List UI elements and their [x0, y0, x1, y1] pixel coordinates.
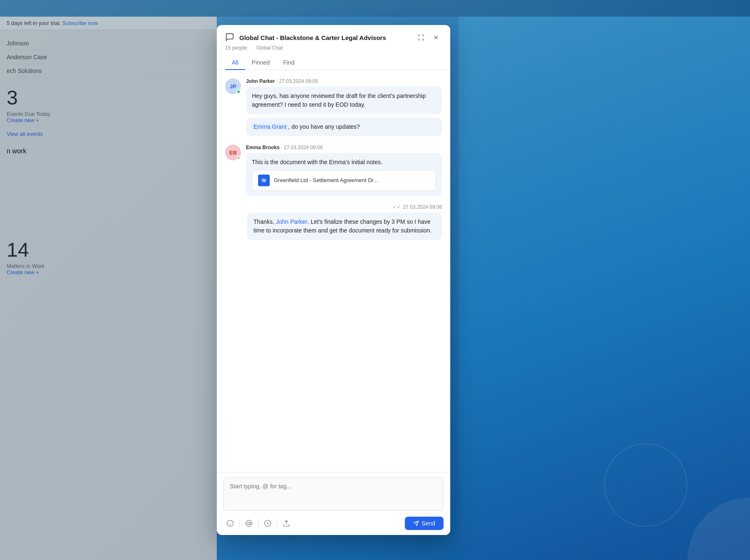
chat-title-left: Global Chat - Blackstone & Carter Legal … [225, 32, 386, 42]
typing-actions: Send [223, 517, 444, 530]
mention-button[interactable] [242, 517, 256, 530]
people-count: 15 people [225, 45, 247, 51]
avatar-jp: JP [225, 78, 241, 94]
offline-indicator-eb: × [236, 156, 241, 160]
message-content-jp: John Parker · 27.03.2024 09:05 Hey guys,… [246, 78, 442, 136]
message-input[interactable] [223, 478, 444, 511]
bubble-suffix-jp: , do you have any updates? [288, 123, 360, 130]
avatar-initials-jp: JP [230, 83, 236, 90]
separator-3 [277, 519, 277, 528]
message-bubble-self: Thanks, John Parker. Let's finalize thes… [247, 212, 442, 240]
chat-tabs: All Pinned Find [225, 56, 442, 70]
svg-point-5 [248, 522, 250, 525]
close-button[interactable] [430, 32, 442, 43]
message-bubble-jp-2: Emma Grant, do you have any updates? [246, 118, 442, 136]
message-content-eb: Emma Brooks · 27.03.2024 09:06 This is t… [246, 145, 442, 196]
word-icon: W [258, 175, 270, 186]
online-indicator-jp [236, 90, 241, 94]
send-button[interactable]: Send [405, 517, 444, 530]
avatar-initials-eb: EB [229, 150, 237, 156]
mention-emma-grant: Emma Grant [252, 123, 288, 130]
chat-title: Global Chat - Blackstone & Carter Legal … [239, 34, 386, 41]
checkmark-button[interactable] [261, 517, 274, 530]
chat-name: Global Chat [256, 45, 283, 51]
timestamp-eb: 27.03.2024 09:06 [284, 145, 323, 150]
mention-john-parker: John Parker [276, 218, 307, 225]
message-bubble-jp-1: Hey guys, has anyone reviewed the draft … [246, 87, 442, 114]
sender-name-jp: John Parker [246, 78, 275, 84]
self-text-prefix: Thanks, [253, 218, 276, 225]
message-meta-jp: John Parker · 27.03.2024 09:05 [246, 78, 442, 84]
bubble-text-jp-1: Hey guys, has anyone reviewed the draft … [252, 92, 426, 108]
chat-modal: Global Chat - Blackstone & Carter Legal … [217, 25, 450, 535]
tab-pinned[interactable]: Pinned [245, 56, 277, 70]
typing-area: Send [217, 472, 450, 535]
expand-button[interactable] [415, 32, 427, 43]
send-label: Send [421, 520, 435, 527]
separator-2 [258, 519, 258, 528]
message-group-jp: JP John Parker · 27.03.2024 09:05 Hey gu… [225, 78, 442, 136]
double-check-icon: ✓✓ [392, 204, 401, 210]
chat-title-row: Global Chat - Blackstone & Carter Legal … [225, 32, 442, 43]
doc-attachment[interactable]: W Greenfield Ltd - Settlement Agreement … [252, 170, 436, 191]
chat-subtitle: 15 people · Global Chat [225, 45, 442, 51]
timestamp-self: 27.03.2024 09:08 [403, 204, 442, 210]
chat-header: Global Chat - Blackstone & Carter Legal … [217, 25, 450, 70]
bubble-text-eb: This is the document with the Emma's ini… [252, 159, 382, 165]
emoji-button[interactable] [223, 517, 237, 530]
separator-1 [239, 519, 240, 528]
chat-header-actions [415, 32, 442, 43]
svg-point-2 [227, 520, 233, 527]
chat-bubble-icon [225, 32, 235, 42]
timestamp-jp: 27.03.2024 09:05 [279, 78, 318, 84]
tab-find[interactable]: Find [276, 56, 301, 70]
doc-name: Greenfield Ltd - Settlement Agreement Dr… [274, 176, 378, 185]
sender-name-eb: Emma Brooks [246, 145, 280, 150]
messages-area: JP John Parker · 27.03.2024 09:05 Hey gu… [217, 70, 450, 472]
message-bubble-eb: This is the document with the Emma's ini… [246, 153, 442, 196]
message-meta-self: ✓✓ 27.03.2024 09:08 [392, 204, 442, 210]
upload-button[interactable] [280, 517, 293, 530]
message-group-eb: EB × Emma Brooks · 27.03.2024 09:06 This… [225, 145, 442, 196]
message-group-self: ✓✓ 27.03.2024 09:08 Thanks, John Parker.… [225, 204, 442, 240]
message-meta-eb: Emma Brooks · 27.03.2024 09:06 [246, 145, 442, 150]
tab-all[interactable]: All [225, 56, 245, 70]
typing-tools [223, 517, 293, 530]
avatar-eb: EB × [225, 145, 241, 160]
